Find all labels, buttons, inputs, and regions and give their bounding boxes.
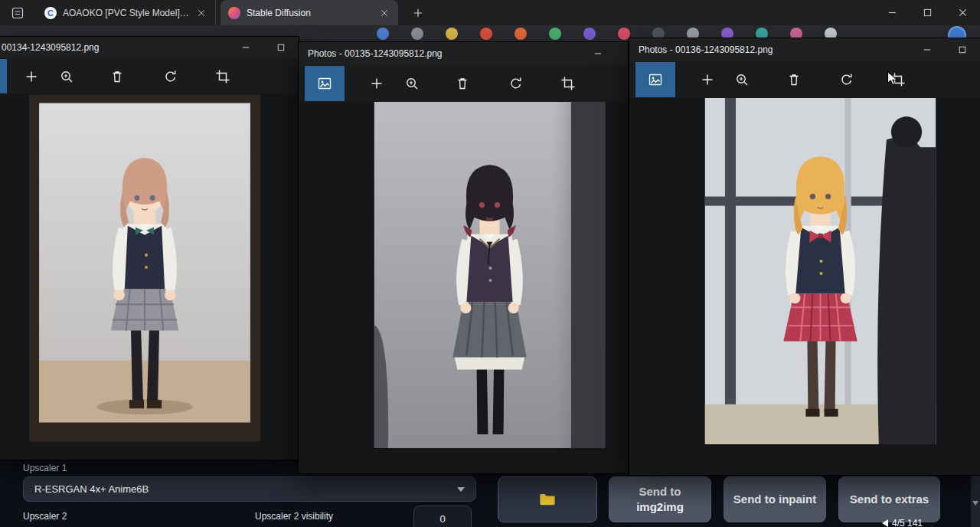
send-to-extras-button[interactable]: Send to extras bbox=[838, 476, 940, 522]
minimize-icon[interactable] bbox=[874, 0, 910, 25]
extension-icon[interactable] bbox=[411, 28, 423, 40]
extension-icon[interactable] bbox=[377, 28, 389, 40]
see-all-photos-button[interactable] bbox=[0, 59, 7, 94]
upscaler1-dropdown[interactable]: R-ESRGAN 4x+ Anime6B bbox=[23, 476, 476, 502]
send-to-img2img-button[interactable]: Send to img2img bbox=[609, 476, 711, 522]
new-tab-button[interactable] bbox=[409, 4, 427, 22]
photos-window-00134[interactable]: 00134-1243095812.png bbox=[0, 37, 299, 460]
send-to-inpaint-button[interactable]: Send to inpaint bbox=[724, 476, 826, 522]
crop-button[interactable] bbox=[553, 68, 583, 99]
overlay-status: 4/5 141 bbox=[882, 518, 923, 527]
close-tab-icon[interactable] bbox=[195, 7, 207, 19]
window-title: Photos - 00136-1243095812.png bbox=[629, 44, 773, 55]
see-all-photos-button[interactable] bbox=[635, 62, 675, 97]
maximize-icon[interactable] bbox=[945, 38, 980, 61]
civitai-favicon-icon: C bbox=[44, 7, 57, 19]
titlebar[interactable]: 00134-1243095812.png bbox=[0, 37, 299, 58]
add-to-album-button[interactable] bbox=[16, 61, 47, 92]
mouse-cursor bbox=[884, 70, 901, 87]
zoom-icon bbox=[59, 69, 74, 84]
photos-toolbar bbox=[0, 58, 299, 93]
open-output-folder-button[interactable] bbox=[498, 476, 597, 522]
plus-icon bbox=[369, 76, 384, 91]
minimize-icon[interactable] bbox=[228, 37, 263, 58]
rotate-button[interactable] bbox=[155, 61, 186, 92]
photo-image-00134[interactable] bbox=[29, 94, 260, 442]
delete-button[interactable] bbox=[447, 68, 478, 99]
extension-icon[interactable] bbox=[549, 28, 561, 40]
delete-button[interactable] bbox=[102, 61, 132, 92]
extension-icon[interactable] bbox=[446, 28, 458, 40]
zoom-icon bbox=[404, 76, 420, 91]
rotate-icon bbox=[839, 72, 854, 87]
rotate-icon bbox=[163, 69, 178, 84]
browser-tab-bar: C AOAOKO [PVC Style Model] - PV Stable D… bbox=[0, 0, 980, 25]
browser-window-controls bbox=[874, 0, 980, 25]
see-all-photos-button[interactable] bbox=[305, 66, 345, 101]
photos-toolbar bbox=[299, 65, 628, 102]
rotate-button[interactable] bbox=[501, 68, 531, 99]
extension-icon[interactable] bbox=[514, 28, 527, 40]
photos-window-00136[interactable]: Photos - 00136-1243095812.png bbox=[629, 38, 980, 475]
maximize-icon[interactable] bbox=[263, 37, 299, 58]
trash-icon bbox=[109, 69, 125, 84]
extension-icon[interactable] bbox=[583, 28, 596, 40]
zoom-button[interactable] bbox=[727, 64, 757, 95]
crop-icon bbox=[560, 76, 576, 91]
zoom-button[interactable] bbox=[397, 68, 427, 99]
plus-icon bbox=[700, 72, 715, 87]
zoom-button[interactable] bbox=[51, 61, 82, 92]
extension-icon[interactable] bbox=[480, 28, 492, 40]
upscaler1-label: Upscaler 1 bbox=[23, 463, 67, 473]
rotate-icon bbox=[508, 76, 524, 91]
upscaler2-label: Upscaler 2 bbox=[23, 511, 67, 522]
chevron-down-icon bbox=[457, 487, 465, 492]
plus-icon bbox=[24, 69, 39, 84]
gallery-icon bbox=[317, 76, 332, 91]
photo-image-00136[interactable] bbox=[704, 98, 936, 444]
browser-tab-stable-diffusion[interactable]: Stable Diffusion bbox=[220, 0, 398, 25]
close-tab-icon[interactable] bbox=[378, 7, 390, 19]
photo-view bbox=[0, 93, 299, 460]
titlebar[interactable]: Photos - 00135-1243095812.png bbox=[299, 42, 628, 65]
close-icon[interactable] bbox=[945, 0, 980, 25]
maximize-icon[interactable] bbox=[910, 0, 945, 25]
minimize-icon[interactable] bbox=[910, 38, 945, 61]
titlebar[interactable]: Photos - 00136-1243095812.png bbox=[629, 38, 980, 61]
extension-icon[interactable] bbox=[618, 28, 630, 40]
browser-tab-aoaoko[interactable]: C AOAOKO [PVC Style Model] - PV bbox=[37, 0, 216, 25]
photo-view bbox=[629, 98, 980, 475]
add-to-album-button[interactable] bbox=[692, 64, 723, 95]
triangle-left-icon bbox=[882, 519, 888, 527]
stable-diffusion-favicon-icon bbox=[228, 7, 240, 19]
tab-label: Stable Diffusion bbox=[247, 8, 372, 18]
add-to-album-button[interactable] bbox=[361, 68, 392, 99]
desktop: C AOAOKO [PVC Style Model] - PV Stable D… bbox=[0, 0, 980, 527]
gallery-icon bbox=[648, 72, 663, 87]
minimize-icon[interactable] bbox=[580, 42, 616, 65]
upscaler1-value: R-ESRGAN 4x+ Anime6B bbox=[34, 483, 149, 495]
upscaler2-visibility-label: Upscaler 2 visibility bbox=[255, 511, 333, 522]
rotate-button[interactable] bbox=[831, 64, 862, 95]
photo-view bbox=[299, 102, 628, 473]
crop-icon bbox=[215, 69, 230, 84]
tab-overview-button[interactable] bbox=[9, 5, 26, 21]
trash-icon bbox=[455, 76, 470, 91]
scroll-down-arrow-icon[interactable] bbox=[972, 501, 978, 506]
zoom-icon bbox=[734, 72, 750, 87]
tab-label: AOAOKO [PVC Style Model] - PV bbox=[63, 8, 189, 18]
photos-toolbar bbox=[629, 61, 980, 98]
window-title: 00134-1243095812.png bbox=[0, 42, 99, 53]
crop-button[interactable] bbox=[207, 61, 238, 92]
photos-window-00135[interactable]: Photos - 00135-1243095812.png bbox=[299, 42, 628, 473]
folder-icon bbox=[538, 490, 557, 509]
photo-image-00135[interactable] bbox=[374, 102, 606, 448]
window-title: Photos - 00135-1243095812.png bbox=[299, 48, 442, 59]
trash-icon bbox=[786, 72, 802, 87]
delete-button[interactable] bbox=[779, 64, 809, 95]
upscaler2-visibility-input[interactable] bbox=[413, 506, 472, 527]
